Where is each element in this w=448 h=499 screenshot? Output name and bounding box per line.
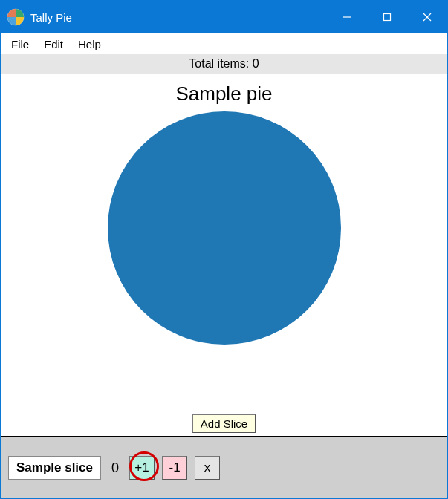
app-window: Tally Pie File Edit Help Total items: 0 … <box>0 0 448 499</box>
slice-controls: 0 +1 -1 x <box>108 456 220 480</box>
slice-name-field[interactable]: Sample slice <box>8 456 101 480</box>
app-icon <box>7 8 25 26</box>
pie-chart[interactable] <box>108 111 341 345</box>
menu-help[interactable]: Help <box>71 36 108 52</box>
total-items-label: Total items: 0 <box>189 57 259 70</box>
title-bar: Tally Pie <box>1 1 447 33</box>
svg-rect-2 <box>384 14 391 21</box>
minimize-button[interactable] <box>327 1 367 33</box>
app-title: Tally Pie <box>30 11 72 24</box>
slice-count: 0 <box>108 460 122 476</box>
menu-bar: File Edit Help <box>1 33 447 54</box>
increment-button[interactable]: +1 <box>129 456 155 480</box>
chart-title: Sample pie <box>175 82 272 105</box>
slice-panel: Sample slice 0 +1 -1 x <box>1 436 447 498</box>
total-items-strip: Total items: 0 <box>1 54 447 74</box>
menu-edit[interactable]: Edit <box>36 36 71 52</box>
close-button[interactable] <box>407 1 447 33</box>
add-slice-button[interactable]: Add Slice <box>192 414 256 433</box>
decrement-button[interactable]: -1 <box>162 456 187 480</box>
delete-slice-button[interactable]: x <box>195 456 220 480</box>
maximize-button[interactable] <box>367 1 407 33</box>
add-slice-row: Add Slice <box>1 411 447 436</box>
chart-area: Sample pie <box>1 74 447 411</box>
menu-file[interactable]: File <box>4 36 36 52</box>
